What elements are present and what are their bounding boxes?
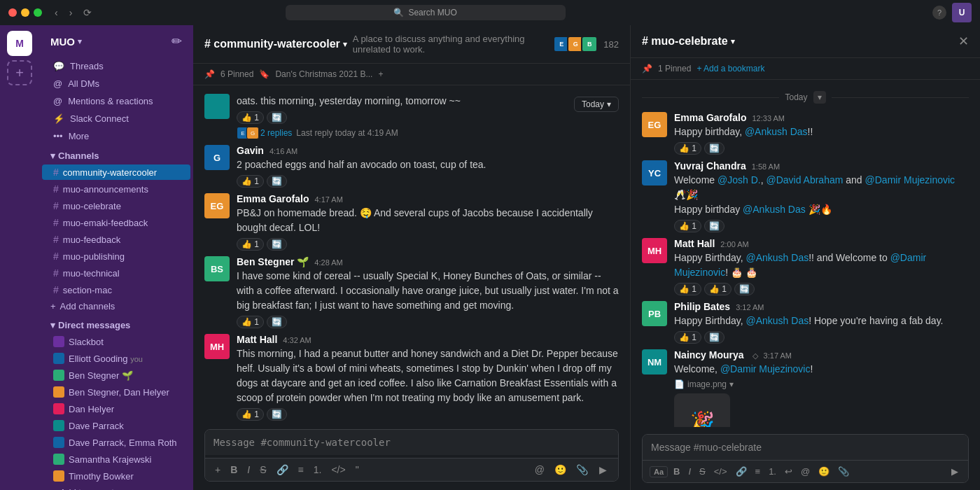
right-undo-button[interactable]: ↩ — [782, 465, 795, 478]
right-chat-input[interactable] — [643, 435, 968, 460]
close-panel-button[interactable]: ✕ — [958, 34, 969, 49]
sidebar-item-mentions[interactable]: @ Mentions & reactions — [42, 93, 190, 109]
minimize-traffic-light[interactable] — [21, 8, 29, 17]
sidebar-dm-slackbot[interactable]: Slackbot — [42, 334, 190, 349]
workspace-name[interactable]: MUO ▾ — [50, 36, 82, 48]
ordered-list-button[interactable]: 1. — [311, 463, 325, 477]
attach-button[interactable]: + — [212, 463, 223, 477]
add-bookmark-icon[interactable]: + — [378, 69, 383, 79]
list-button[interactable]: ≡ — [295, 463, 307, 477]
right-bold-button[interactable]: B — [671, 465, 682, 478]
add-channels-link[interactable]: + Add channels — [39, 298, 193, 314]
emoji-button[interactable]: 🙂 — [552, 463, 569, 477]
fullscreen-traffic-light[interactable] — [34, 8, 42, 17]
reaction-rotate[interactable]: 🔄 — [704, 331, 724, 344]
send-button[interactable]: ▶ — [595, 463, 611, 477]
reaction-thumbs[interactable]: 👍 1 — [674, 220, 701, 232]
file-link-naincy[interactable]: 📄 image.png ▾ — [674, 379, 969, 389]
close-traffic-light[interactable] — [8, 8, 17, 17]
sidebar-dm-samantha[interactable]: Samantha Krajewski — [42, 451, 190, 467]
help-button[interactable]: ? — [932, 6, 946, 20]
reaction-thumbs[interactable]: 👍 1 — [237, 111, 264, 124]
chat-channel-name[interactable]: # community-watercooler ▾ — [204, 38, 347, 50]
sidebar-dm-dave-emma[interactable]: Dave Parrack, Emma Roth — [42, 435, 190, 450]
right-msg-time-philip: 3:12 AM — [736, 303, 764, 312]
right-list-button[interactable]: ≡ — [752, 465, 764, 478]
sidebar-channel-muo-celebrate[interactable]: # muo-celebrate — [42, 198, 190, 214]
reaction-rotate[interactable]: 🔄 — [267, 316, 287, 328]
right-msg-text-philip: Happy Birthday, @Ankush Das! Hope you're… — [674, 314, 969, 328]
sidebar-dm-elliott[interactable]: Elliott Gooding you — [42, 351, 190, 366]
right-italic-button[interactable]: I — [685, 465, 694, 478]
sidebar-channel-muo-announcements[interactable]: # muo-announcements — [42, 181, 190, 197]
reaction-thumbs-1[interactable]: 👍 1 — [674, 283, 701, 295]
link-button[interactable]: 🔗 — [274, 463, 291, 477]
url-bar: 🔍 Search MUO — [286, 5, 566, 20]
channels-section[interactable]: ▾ Channels — [39, 145, 193, 164]
sidebar-dm-ben-dan[interactable]: Ben Stegner, Dan Helyer — [42, 384, 190, 400]
mention-button[interactable]: @ — [532, 463, 547, 477]
reaction-thumbs[interactable]: 👍 1 — [674, 331, 701, 344]
sidebar-item-more[interactable]: ••• More — [42, 128, 190, 144]
right-emoji-button[interactable]: 🙂 — [816, 465, 832, 478]
reaction-thumbs-2[interactable]: 👍 1 — [704, 283, 732, 295]
workspace-icon-muo[interactable]: M — [7, 31, 32, 56]
right-link-button[interactable]: 🔗 — [733, 465, 750, 478]
compose-button[interactable]: ✏ — [172, 34, 182, 49]
sidebar-channel-section-mac[interactable]: # section-mac — [42, 282, 190, 298]
reaction-thumbs[interactable]: 👍 1 — [674, 142, 701, 155]
right-attachment-button[interactable]: 📎 — [835, 465, 852, 478]
sidebar-channel-muo-publishing[interactable]: # muo-publishing — [42, 248, 190, 264]
sidebar-channel-muo-feedback[interactable]: # muo-feedback — [42, 232, 190, 247]
timothy-avatar — [53, 470, 64, 482]
bold-button[interactable]: B — [227, 463, 240, 477]
strikethrough-button[interactable]: S — [257, 463, 269, 477]
right-mention-button[interactable]: @ — [798, 465, 813, 478]
attachment-button[interactable]: 📎 — [573, 463, 591, 477]
reaction-rotate[interactable]: 🔄 — [734, 283, 755, 295]
reaction-rotate[interactable]: 🔄 — [267, 408, 287, 421]
right-send-button[interactable]: ▶ — [948, 465, 961, 478]
add-teammates-link[interactable]: + Add teammates — [39, 484, 193, 490]
right-code-button[interactable]: </> — [711, 465, 730, 478]
italic-button[interactable]: I — [244, 463, 253, 477]
sidebar-dm-dan-helyer[interactable]: Dan Helyer — [42, 401, 190, 416]
reaction-rotate[interactable]: 🔄 — [704, 220, 724, 232]
reaction-rotate[interactable]: 🔄 — [267, 111, 287, 124]
refresh-button[interactable]: ⟳ — [79, 6, 96, 20]
aa-format-button[interactable]: Aa — [650, 466, 668, 477]
reaction-thumbs[interactable]: 👍 1 — [237, 175, 264, 188]
direct-messages-section[interactable]: ▾ Direct messages — [39, 314, 193, 333]
sidebar-dm-ben-stegner[interactable]: Ben Stegner 🌱 — [42, 368, 190, 383]
sidebar-channel-community-watercooler[interactable]: # community-watercooler — [42, 164, 190, 180]
sidebar-channel-muo-emaki-feedback[interactable]: # muo-emaki-feedback — [42, 215, 190, 230]
mention-ankush: @Ankush Das — [745, 126, 808, 137]
code-button[interactable]: </> — [328, 463, 348, 477]
reaction-thumbs[interactable]: 👍 1 — [237, 238, 264, 251]
sidebar-dm-timothy[interactable]: Timothy Bowker — [42, 468, 190, 484]
replies-line-prev[interactable]: E G 2 replies Last reply today at 4:19 A… — [237, 127, 619, 139]
reaction-rotate[interactable]: 🔄 — [267, 238, 287, 251]
reaction-rotate[interactable]: 🔄 — [704, 142, 724, 155]
right-strikethrough-button[interactable]: S — [696, 465, 708, 478]
sidebar-item-threads[interactable]: 💬 Threads — [42, 58, 190, 74]
sidebar-item-slack-connect[interactable]: ⚡ Slack Connect — [42, 111, 190, 127]
quote-button[interactable]: " — [353, 463, 362, 477]
right-panel-header: # muo-celebrate ▾ ✕ — [631, 25, 980, 58]
forward-button[interactable]: › — [65, 6, 77, 20]
right-channel-name[interactable]: # muo-celebrate ▾ — [642, 35, 958, 48]
reaction-thumbs[interactable]: 👍 1 — [237, 316, 264, 328]
sidebar-dm-dave-parrack[interactable]: Dave Parrack — [42, 418, 190, 433]
add-workspace-button[interactable]: + — [7, 60, 32, 85]
chat-input[interactable] — [205, 430, 618, 455]
add-bookmark-link[interactable]: + Add a bookmark — [696, 64, 764, 74]
sidebar-item-all-dms[interactable]: @ All DMs — [42, 76, 190, 92]
today-dropdown[interactable]: Today ▾ — [574, 97, 619, 112]
back-button[interactable]: ‹ — [50, 6, 62, 20]
reaction-rotate[interactable]: 🔄 — [267, 175, 287, 188]
sidebar-channel-muo-technical[interactable]: # muo-technical — [42, 265, 190, 281]
reaction-thumbs[interactable]: 👍 1 — [237, 408, 264, 421]
right-ordered-list-button[interactable]: 1. — [766, 465, 779, 478]
reply-avatar-2: G — [246, 127, 259, 139]
today-dropdown-right[interactable]: ▾ — [813, 91, 826, 104]
